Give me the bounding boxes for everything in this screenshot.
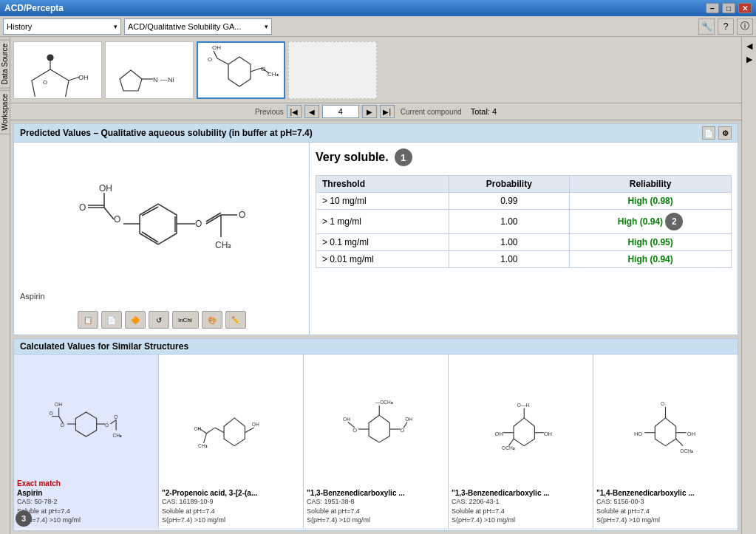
- svg-line-92: [676, 439, 683, 445]
- settings-icon-button[interactable]: ⚙: [718, 126, 732, 140]
- pdf-icon-button[interactable]: 📄: [702, 126, 715, 140]
- predicted-panel: Predicted Values – Qualitative aqueous s…: [13, 123, 738, 335]
- total-label: Total: 4: [471, 107, 497, 116]
- results-table: Threshold Probability Reliability > 10 m…: [316, 175, 732, 268]
- similar-item-0[interactable]: O O OH O O CH₃ Exact matchAspirinCAS: 50…: [14, 355, 159, 528]
- similar-info-2: CAS: 1951-38-8Soluble at pH=7.4S(pH=7.4)…: [307, 497, 445, 525]
- paste-mol-button[interactable]: 📄: [101, 311, 122, 329]
- similar-item-2[interactable]: O OH O OH —OCH₃ "1,3-Benzenedicarboxylic…: [304, 355, 449, 528]
- svg-text:O: O: [49, 411, 52, 416]
- rotate-button[interactable]: ↺: [149, 311, 169, 329]
- history-label: History: [7, 22, 32, 31]
- similar-struct-3: OH OH O—H OCH₃: [452, 357, 590, 487]
- svg-text:OH: OH: [55, 403, 62, 408]
- similar-grid: O O OH O O CH₃ Exact matchAspirinCAS: 50…: [14, 355, 738, 528]
- compound-thumb-4[interactable]: [288, 41, 377, 99]
- current-label: Current compound: [401, 108, 462, 116]
- compound-thumb-2[interactable]: N — Ni: [105, 41, 194, 99]
- nav-next-button[interactable]: ▶: [362, 105, 377, 118]
- current-compound-input[interactable]: [322, 105, 359, 118]
- svg-text:OH: OH: [544, 430, 552, 437]
- edit-button[interactable]: ✏️: [225, 311, 246, 329]
- threshold-cell-0: > 10 mg/ml: [316, 193, 449, 210]
- svg-text:O: O: [195, 219, 202, 229]
- inchi-button[interactable]: InChI: [172, 311, 199, 329]
- svg-line-25: [142, 232, 158, 242]
- history-dropdown[interactable]: History ▾: [3, 18, 121, 35]
- svg-text:O: O: [114, 414, 118, 420]
- similar-struct-4: HO OH O OCH₃: [596, 357, 735, 487]
- similar-item-3[interactable]: OH OH O—H OCH₃ "1,3-Benzenedicarboxylic …: [449, 355, 593, 528]
- molecule-svg-3: O OH O CH₃: [200, 44, 282, 97]
- svg-line-18: [251, 68, 262, 72]
- minimize-button[interactable]: −: [706, 3, 719, 13]
- svg-text:CH₃: CH₃: [215, 240, 231, 250]
- 3d-button[interactable]: 🔶: [125, 311, 146, 329]
- svg-line-14: [217, 58, 228, 64]
- right-back-button[interactable]: ◀: [743, 40, 755, 52]
- compound-thumb-1[interactable]: OH OH O: [13, 41, 102, 99]
- history-arrow-icon: ▾: [114, 23, 118, 30]
- compound-strip: OH OH O N — Ni: [10, 37, 741, 103]
- svg-text:OH: OH: [212, 44, 221, 51]
- threshold-cell-2: > 0.1 mg/ml: [316, 234, 449, 251]
- badge-3: 3: [16, 510, 32, 527]
- analysis-dropdown[interactable]: ACD/Qualitative Solubility GA... ▾: [124, 18, 272, 35]
- nav-prev-button[interactable]: ◀: [304, 105, 319, 118]
- close-button[interactable]: ✕: [738, 3, 752, 13]
- svg-marker-42: [75, 412, 96, 437]
- svg-text:O: O: [43, 79, 47, 86]
- exact-match-label: Exact match: [17, 479, 155, 487]
- tab-workspace[interactable]: Workspace: [0, 90, 10, 134]
- svg-line-72: [403, 422, 407, 428]
- svg-marker-0: [32, 69, 69, 97]
- compound-structure-area: O O OH O: [14, 143, 310, 335]
- copy-mol-button[interactable]: 📋: [78, 311, 98, 329]
- svg-line-57: [215, 428, 224, 433]
- title-bar: ACD/Percepta − □ ✕: [0, 0, 756, 16]
- svg-text:OH: OH: [99, 183, 112, 194]
- nav-last-button[interactable]: ▶|: [380, 105, 395, 118]
- color-button[interactable]: 🎨: [202, 311, 222, 329]
- maximize-button[interactable]: □: [722, 3, 735, 13]
- probability-cell-1: 1.00: [449, 210, 570, 234]
- content-area: OH OH O N — Ni: [10, 37, 741, 534]
- tools-button[interactable]: 🔧: [698, 18, 715, 35]
- svg-text:O: O: [661, 400, 664, 405]
- svg-line-28: [104, 208, 114, 219]
- probability-cell-0: 0.99: [449, 193, 570, 210]
- similar-name-3: "1,3-Benzenedicarboxylic ...: [452, 489, 590, 497]
- similar-item-4[interactable]: HO OH O OCH₃ "1,4-Benzenedicarboxylic ..…: [593, 355, 738, 528]
- badge-2: 2: [665, 213, 683, 230]
- svg-line-37: [206, 213, 221, 222]
- similar-info-0: CAS: 50-78-2Soluble at pH=7.4S(pH=7.4) >…: [17, 497, 155, 525]
- svg-line-36: [206, 215, 221, 224]
- svg-line-52: [111, 420, 117, 424]
- nav-first-button[interactable]: |◀: [287, 105, 302, 118]
- svg-point-2: [47, 55, 53, 61]
- similar-item-1[interactable]: OH OH CH₃ "2-Propenoic acid, 3-[2-(a...C…: [159, 355, 304, 528]
- reliability-cell-0: High (0.98): [570, 193, 732, 210]
- similar-name-1: "2-Propenoic acid, 3-[2-(a...: [162, 489, 300, 497]
- info-button[interactable]: ⓘ: [737, 18, 753, 35]
- similar-struct-1: OH OH CH₃: [162, 357, 300, 487]
- tab-data-source[interactable]: Data Source: [0, 40, 10, 89]
- right-forward-button[interactable]: ▶: [743, 53, 755, 65]
- compound-thumb-3[interactable]: O OH O CH₃: [197, 41, 285, 99]
- threshold-cell-3: > 0.01 mg/ml: [316, 251, 449, 268]
- compound-toolbar: 📋 📄 🔶 ↺ InChI 🎨 ✏️: [78, 311, 246, 329]
- result-row-1: > 1 mg/ml1.00High (0.94) 2: [316, 210, 732, 234]
- result-row-0: > 10 mg/ml0.99High (0.98): [316, 193, 732, 210]
- svg-text:—: —: [160, 76, 167, 83]
- col-reliability: Reliability: [570, 176, 732, 193]
- similar-panel: Calculated Values for Similar Structures…: [13, 338, 738, 531]
- molecule-svg-1: OH OH O: [17, 44, 98, 97]
- result-row-2: > 0.1 mg/ml1.00High (0.95): [316, 234, 732, 251]
- similar-info-1: CAS: 16189-10-9Soluble at pH=7.4S(pH=7.4…: [162, 497, 300, 525]
- compound-display-row: O O OH O: [14, 143, 738, 335]
- help-button[interactable]: ?: [718, 18, 734, 35]
- svg-text:CH₃: CH₃: [112, 433, 122, 438]
- svg-text:O: O: [239, 210, 245, 220]
- svg-text:O: O: [208, 56, 212, 63]
- predicted-header-text: Predicted Values – Qualitative aqueous s…: [20, 128, 313, 138]
